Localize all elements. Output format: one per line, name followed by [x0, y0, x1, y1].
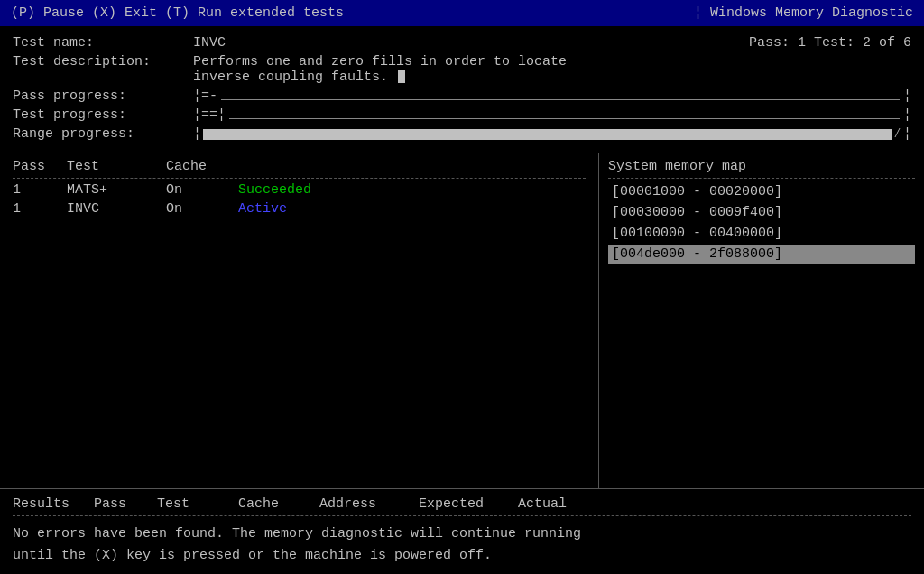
- pass-progress-label: Pass progress:: [13, 88, 193, 104]
- row2-test: INVC: [67, 201, 166, 217]
- pass-progress-bar: ¦=- ¦: [193, 88, 911, 104]
- pass-info: Pass: 1 Test: 2 of 6: [749, 35, 911, 51]
- results-col-results: Results: [13, 496, 94, 512]
- test-name-label: Test name:: [13, 35, 193, 51]
- results-col-cache: Cache: [238, 496, 319, 512]
- results-divider: [13, 515, 911, 516]
- test-name-value: INVC: [193, 35, 749, 51]
- range-prog-end: ¦: [903, 126, 911, 142]
- range-progress-bar: ¦ ∕ ¦: [193, 126, 911, 142]
- results-line2: until the (X) key is pressed or the mach…: [13, 545, 911, 567]
- results-header: Results Pass Test Cache Address Expected…: [13, 496, 911, 512]
- memory-map-entry-1: [00001000 - 00020000]: [608, 182, 915, 201]
- test-desc-line2: inverse coupling faults.: [193, 69, 405, 85]
- range-prog-start: ¦: [193, 126, 201, 142]
- menu-bar-left: (P) Pause (X) Exit (T) Run extended test…: [11, 5, 344, 21]
- row2-pass: 1: [13, 201, 67, 217]
- results-col-test: Test: [157, 496, 238, 512]
- table-divider: [13, 178, 586, 179]
- results-col-address: Address: [319, 496, 419, 512]
- pass-prog-end: ¦: [903, 88, 911, 104]
- test-prog-end: ¦: [903, 107, 911, 123]
- results-col-pass: Pass: [94, 496, 157, 512]
- row1-pass: 1: [13, 182, 67, 198]
- info-section: Test name: INVC Pass: 1 Test: 2 of 6 Tes…: [0, 26, 924, 153]
- memory-map-title: System memory map: [608, 159, 915, 174]
- results-line1: No errors have been found. The memory di…: [13, 523, 911, 545]
- range-slash: ∕: [893, 126, 901, 142]
- row2-status: Active: [238, 201, 586, 217]
- col-header-pass: Pass: [13, 159, 67, 174]
- test-progress-label: Test progress:: [13, 107, 193, 123]
- test-progress-row: Test progress: ¦==¦ ¦: [13, 107, 911, 123]
- screen: (P) Pause (X) Exit (T) Run extended test…: [0, 0, 924, 574]
- menu-bar-right: ¦ Windows Memory Diagnostic: [694, 5, 913, 21]
- col-header-status: [238, 159, 586, 174]
- test-desc-label: Test description:: [13, 54, 193, 69]
- table-row: 1 INVC On Active: [13, 201, 586, 217]
- test-prog-fill: ¦==¦: [193, 107, 226, 123]
- memory-map-entry-3: [00100000 - 00400000]: [608, 224, 915, 243]
- test-desc-value: Performs one and zero fills in order to …: [193, 54, 911, 85]
- table-row: 1 MATS+ On Succeeded: [13, 182, 586, 198]
- cursor-blink: [398, 70, 405, 83]
- row1-status: Succeeded: [238, 182, 586, 198]
- pass-prog-fill: ¦=-: [193, 88, 217, 104]
- memory-map-entry-2: [00030000 - 0009f400]: [608, 203, 915, 222]
- results-col-actual: Actual: [518, 496, 911, 512]
- test-desc-line1: Performs one and zero fills in order to …: [193, 54, 567, 69]
- test-table: Pass Test Cache 1 MATS+ On Succeeded 1 I…: [0, 153, 599, 488]
- table-header: Pass Test Cache: [13, 159, 586, 174]
- row1-test: MATS+: [67, 182, 166, 198]
- middle-section: Pass Test Cache 1 MATS+ On Succeeded 1 I…: [0, 153, 924, 489]
- col-header-test: Test: [67, 159, 166, 174]
- pass-progress-row: Pass progress: ¦=- ¦: [13, 88, 911, 104]
- range-progress-row: Range progress: ¦ ∕ ¦: [13, 126, 911, 142]
- test-name-row: Test name: INVC Pass: 1 Test: 2 of 6: [13, 35, 911, 51]
- test-desc-row: Test description: Performs one and zero …: [13, 54, 911, 85]
- results-section: Results Pass Test Cache Address Expected…: [0, 489, 924, 574]
- results-col-expected: Expected: [419, 496, 518, 512]
- row2-cache: On: [166, 201, 238, 217]
- memory-map: System memory map [00001000 - 00020000] …: [599, 153, 924, 488]
- row1-cache: On: [166, 182, 238, 198]
- memory-map-divider: [608, 178, 915, 179]
- col-header-cache: Cache: [166, 159, 238, 174]
- memory-map-entry-4: [004de000 - 2f088000]: [608, 245, 915, 264]
- results-message: No errors have been found. The memory di…: [13, 523, 911, 567]
- test-progress-bar: ¦==¦ ¦: [193, 107, 911, 123]
- range-progress-label: Range progress:: [13, 126, 193, 142]
- menu-bar: (P) Pause (X) Exit (T) Run extended test…: [0, 0, 924, 26]
